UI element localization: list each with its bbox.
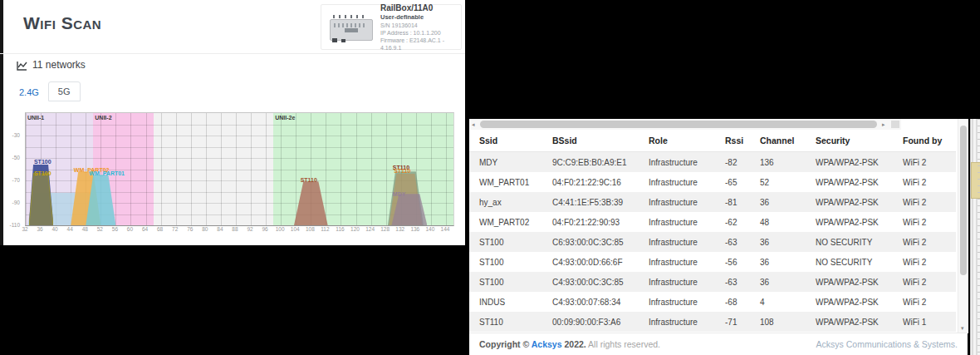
cell-bssid: C4:93:00:0D:66:6F bbox=[552, 258, 649, 267]
device-port bbox=[341, 39, 345, 42]
chart-line-icon bbox=[17, 60, 27, 71]
brand-link[interactable]: Acksys bbox=[532, 339, 562, 349]
cell-bssid: 04:F0:21:22:9C:16 bbox=[552, 178, 649, 187]
x-tick-label: 36 bbox=[37, 226, 42, 232]
cell-security: NO SECURITY bbox=[816, 238, 903, 247]
company-name: Acksys Communications & Systems. bbox=[816, 339, 958, 349]
cell-security: WPA/WPA2-PSK bbox=[816, 298, 903, 307]
network-table: SsidBSsidRoleRssiChannelSecurityFound by… bbox=[469, 130, 956, 333]
x-tick-label: 48 bbox=[82, 226, 88, 232]
device-faceplate bbox=[345, 28, 358, 32]
wifi-scan-window: Wifi Scan RailBox/11A0 User-definable S/… bbox=[0, 0, 465, 245]
cell-rssi: -65 bbox=[725, 178, 760, 187]
column-header-ssid: Ssid bbox=[479, 136, 552, 145]
desktop: Wifi Scan RailBox/11A0 User-definable S/… bbox=[0, 0, 980, 355]
column-header-rssi: Rssi bbox=[725, 136, 760, 145]
cell-bssid: 9C:C9:EB:B0:A9:E1 bbox=[552, 158, 649, 167]
networks-count-bar: 11 networks bbox=[0, 53, 465, 76]
cell-found-by: WiFi 2 bbox=[903, 158, 956, 167]
cell-bssid: C4:41:1E:F5:3B:39 bbox=[552, 198, 649, 207]
x-tick-label: 64 bbox=[142, 226, 148, 232]
table-row: INDUSC4:93:00:07:68:34Infrastructure-684… bbox=[469, 292, 956, 312]
cell-found-by: WiFi 2 bbox=[903, 178, 956, 187]
cell-security: WPA/WPA2-PSK bbox=[816, 198, 903, 207]
x-tick-label: 72 bbox=[172, 226, 178, 232]
x-tick-label: 108 bbox=[306, 226, 315, 232]
cell-found-by: WiFi 1 bbox=[903, 318, 956, 327]
cell-security: WPA/WPA2-PSK bbox=[816, 318, 903, 327]
cell-channel: 36 bbox=[760, 198, 816, 207]
cell-ssid: ST110 bbox=[479, 318, 552, 327]
x-tick-label: 56 bbox=[112, 226, 118, 232]
cell-bssid: C4:93:00:07:68:34 bbox=[552, 298, 649, 307]
scroll-right-icon[interactable]: ▸ bbox=[882, 119, 885, 130]
network-label-st100: ST100 bbox=[34, 159, 51, 165]
gridline-horizontal bbox=[26, 136, 453, 136]
table-row: WM_PART0104:F0:21:22:9C:16Infrastructure… bbox=[469, 172, 956, 192]
scrollbar-corner bbox=[891, 121, 899, 128]
column-header-security: Security bbox=[816, 136, 903, 145]
x-tick-label: 68 bbox=[157, 226, 163, 232]
cell-rssi: -63 bbox=[725, 278, 760, 287]
cell-found-by: WiFi 2 bbox=[903, 298, 956, 307]
chart-y-axis: -30-50-70-90-110 bbox=[0, 112, 22, 224]
cell-role: Infrastructure bbox=[649, 178, 725, 187]
cell-ssid: WM_PART01 bbox=[479, 178, 552, 187]
table-header: SsidBSsidRoleRssiChannelSecurityFound by bbox=[469, 130, 956, 152]
cell-channel: 36 bbox=[760, 238, 816, 247]
cell-rssi: -62 bbox=[725, 218, 760, 227]
cell-role: Infrastructure bbox=[649, 318, 725, 327]
cell-security: WPA/WPA2-PSK bbox=[816, 178, 903, 187]
gridline-horizontal bbox=[26, 147, 453, 148]
x-tick-label: 88 bbox=[232, 226, 238, 232]
column-header-channel: Channel bbox=[760, 136, 816, 145]
cell-ssid: MDY bbox=[479, 158, 552, 167]
x-tick-label: 52 bbox=[97, 226, 103, 232]
table-row: MDY9C:C9:EB:B0:A9:E1Infrastructure-82136… bbox=[469, 152, 956, 172]
table-row: WM_PART0204:F0:21:22:90:93Infrastructure… bbox=[469, 212, 956, 232]
horizontal-scrollbar[interactable]: ◂ ▸ bbox=[469, 119, 901, 131]
band-label: UNII-1 bbox=[27, 115, 44, 121]
table-row: hy_axC4:41:1E:F5:3B:39Infrastructure-813… bbox=[469, 192, 956, 212]
x-tick-label: 76 bbox=[187, 226, 193, 232]
x-tick-label: 84 bbox=[217, 226, 223, 232]
scroll-left-icon[interactable]: ◂ bbox=[472, 119, 475, 130]
x-tick-label: 132 bbox=[395, 226, 404, 232]
cell-bssid: C4:93:00:0C:3C:85 bbox=[552, 278, 649, 287]
vertical-scrollbar-thumb[interactable] bbox=[960, 126, 967, 275]
tab-2-4g[interactable]: 2.4G bbox=[10, 83, 48, 101]
x-tick-label: 144 bbox=[441, 226, 450, 232]
x-tick-label: 40 bbox=[52, 226, 58, 232]
network-label-mdy: MDY bbox=[393, 191, 406, 197]
device-image bbox=[326, 12, 375, 43]
cell-bssid: 04:F0:21:22:90:93 bbox=[552, 218, 649, 227]
y-tick-label: -110 bbox=[9, 222, 20, 228]
x-tick-label: 120 bbox=[350, 226, 360, 232]
vertical-scrollbar[interactable]: ▾ bbox=[958, 119, 968, 333]
device-serial: S/N 19136014 bbox=[380, 22, 456, 29]
rights-text: All rights reserved. bbox=[586, 339, 660, 349]
x-tick-label: 124 bbox=[365, 226, 375, 232]
network-label-wm_part01: WM_PART01 bbox=[89, 170, 125, 176]
table-row: ST11000:09:90:00:F3:A6Infrastructure-711… bbox=[469, 312, 956, 332]
device-info: RailBox/11A0 User-definable S/N 19136014… bbox=[380, 2, 456, 52]
network-label-st100: ST100 bbox=[34, 170, 51, 176]
cell-found-by: WiFi 2 bbox=[903, 258, 956, 267]
cell-found-by: WiFi 2 bbox=[903, 198, 956, 207]
copyright-prefix: Copyright © bbox=[479, 339, 532, 349]
cell-channel: 52 bbox=[760, 178, 816, 187]
cell-bssid: 00:09:90:00:F3:A6 bbox=[552, 318, 649, 327]
horizontal-scrollbar-thumb[interactable] bbox=[480, 121, 877, 128]
x-tick-label: 104 bbox=[291, 226, 300, 232]
cell-security: NO SECURITY bbox=[816, 258, 903, 267]
x-tick-label: 96 bbox=[262, 226, 267, 232]
gridline-horizontal bbox=[26, 125, 453, 126]
cell-channel: 36 bbox=[760, 258, 816, 267]
cell-found-by: WiFi 2 bbox=[903, 278, 956, 287]
device-name: RailBox/11A0 bbox=[380, 2, 456, 13]
device-card: RailBox/11A0 User-definable S/N 19136014… bbox=[321, 4, 462, 50]
tab-5g[interactable]: 5G bbox=[48, 81, 81, 101]
scroll-down-icon[interactable]: ▾ bbox=[961, 325, 964, 332]
column-header-role: Role bbox=[649, 136, 725, 145]
x-tick-label: 112 bbox=[321, 226, 329, 232]
